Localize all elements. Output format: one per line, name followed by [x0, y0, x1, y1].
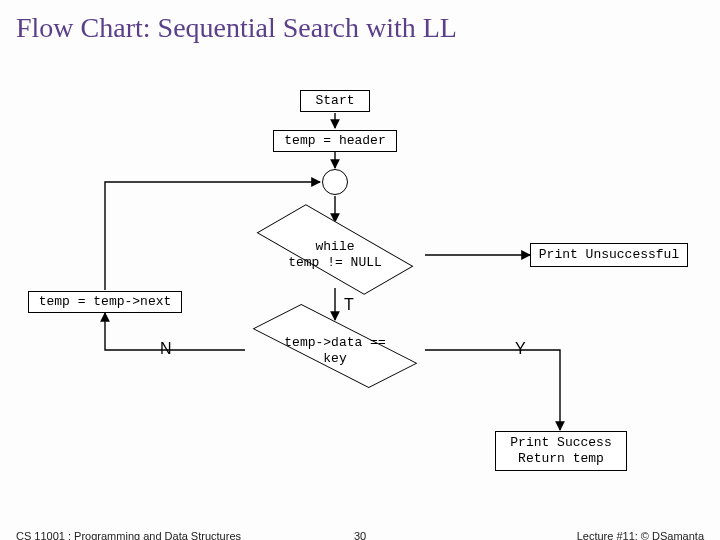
node-compare-l1: temp->data == [284, 335, 385, 351]
node-while-l2: temp != NULL [288, 255, 382, 271]
node-success: Print Success Return temp [495, 431, 627, 471]
node-success-l2: Return temp [518, 451, 604, 467]
node-init-label: temp = header [284, 133, 385, 149]
node-start-label: Start [315, 93, 354, 109]
node-next-label: temp = temp->next [39, 294, 172, 310]
footer-left: CS 11001 : Programming and Data Structur… [16, 530, 241, 540]
node-fail: Print Unsuccessful [530, 243, 688, 267]
connector-circle [322, 169, 348, 195]
node-init: temp = header [273, 130, 397, 152]
edge-label-Y: Y [515, 340, 526, 358]
footer-page-number: 30 [354, 530, 366, 540]
node-start: Start [300, 90, 370, 112]
footer-right: Lecture #11: © DSamanta [577, 530, 704, 540]
edge-label-T: T [344, 296, 354, 314]
edge-label-N: N [160, 340, 172, 358]
node-success-l1: Print Success [510, 435, 611, 451]
node-next: temp = temp->next [28, 291, 182, 313]
node-while-l1: while [315, 239, 354, 255]
node-fail-label: Print Unsuccessful [539, 247, 679, 263]
node-compare-l2: key [323, 351, 346, 367]
flowchart-canvas: Start temp = header while temp != NULL P… [0, 0, 720, 540]
